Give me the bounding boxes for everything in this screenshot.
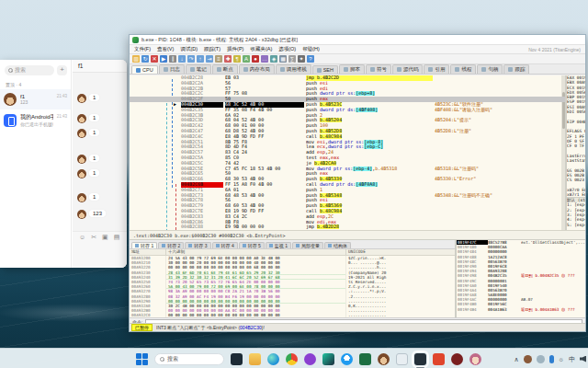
tab-label: 符号 xyxy=(377,66,387,73)
tab-笔记[interactable]: 笔记 xyxy=(186,64,211,74)
dump-tab[interactable]: 转存 1 xyxy=(131,242,157,248)
pause-icon[interactable]: ∥ xyxy=(169,55,176,63)
chrome-browser[interactable] xyxy=(286,353,298,365)
bilibili-app[interactable] xyxy=(433,353,445,365)
menu-item[interactable]: 跟踪(T) xyxy=(204,46,220,52)
emoji-icon[interactable]: ☺ xyxy=(79,234,85,240)
register-line: EIP 004B2C30 xyxy=(567,120,585,124)
tray-mic-icon[interactable] xyxy=(549,355,554,363)
qq-app[interactable] xyxy=(341,353,353,365)
image-icon[interactable]: ▣ xyxy=(102,234,108,240)
registers-panel[interactable]: EAX 0019F6B4EBX 00A93208ECX 0019F4ACEDX … xyxy=(567,75,585,230)
task-view[interactable] xyxy=(231,353,243,365)
menu-item[interactable]: 调试(D) xyxy=(180,46,198,52)
tab-源代码[interactable]: 源代码 xyxy=(392,64,424,74)
girl-avatar-app[interactable] xyxy=(469,353,481,365)
tab-线程[interactable]: 线程 xyxy=(450,64,476,74)
instr-token: push xyxy=(306,188,320,192)
open-folder-icon[interactable]: ▥ xyxy=(132,55,140,63)
dump-tab[interactable]: 转存 4 xyxy=(212,242,238,248)
avatar-app[interactable] xyxy=(378,353,390,365)
tab-符号[interactable]: 符号 xyxy=(366,64,391,74)
tab-cpu[interactable]: CPU xyxy=(131,65,158,74)
disassembly-view[interactable]: 004B2C28EB 03jmp b.4B2C2D004B2C2A56push … xyxy=(130,75,567,230)
menu-item[interactable]: 帮助(H) xyxy=(302,46,320,52)
stop-icon[interactable]: ✕ xyxy=(151,55,158,63)
chat-input-area[interactable] xyxy=(73,242,127,268)
netease-app[interactable] xyxy=(451,353,463,365)
instr-token: edi xyxy=(320,86,328,91)
debugger-titlebar[interactable]: b.exe - PID: 1C48 - 模块: b.exe - 线程: 主线程 … xyxy=(130,35,585,45)
chat-search-input[interactable]: 搜索 xyxy=(5,65,54,75)
dump-tab[interactable]: 转存 3 xyxy=(185,242,210,248)
instr-token: [ebp-C] xyxy=(364,144,383,149)
dump-tab[interactable]: 结构体 xyxy=(324,242,351,248)
music-app[interactable] xyxy=(304,353,316,365)
dump-tab-icon xyxy=(216,244,220,247)
tab-seh[interactable]: SEH xyxy=(312,65,338,74)
tray-weather-icon[interactable]: ☼ xyxy=(559,356,564,362)
help-icon[interactable]: ? xyxy=(307,55,314,63)
tray-volume-icon[interactable] xyxy=(580,356,586,362)
tray-cloud-icon[interactable] xyxy=(537,355,545,363)
tab-日志[interactable]: 日志 xyxy=(159,64,185,74)
status-address-link[interactable]: 004B2C30 xyxy=(240,325,262,330)
tab-调用堆栈[interactable]: 调用堆栈 xyxy=(276,64,311,74)
tray-ime-indicator[interactable]: 中 xyxy=(569,356,575,362)
tab-引用[interactable]: 引用 xyxy=(424,64,449,74)
ide-app[interactable] xyxy=(322,353,334,365)
message-bubble: 1 xyxy=(89,169,99,177)
x32dbg-app[interactable] xyxy=(414,353,426,365)
comment-icon[interactable]: ¶ xyxy=(233,55,241,63)
tab-内存布局[interactable]: 内存布局 xyxy=(239,64,275,74)
conversation-item[interactable]: f112321:43 xyxy=(0,89,71,109)
menu-item[interactable]: 选项(O) xyxy=(278,46,296,52)
run-icon[interactable]: ▶ xyxy=(160,55,167,63)
memory-map-icon[interactable]: ▦ xyxy=(279,55,287,63)
menu-item[interactable]: 查看(V) xyxy=(157,46,174,52)
dump-tab[interactable]: 转存 5 xyxy=(239,242,265,248)
dump-panel[interactable]: 转存 1转存 2转存 3转存 4转存 5监视 1局部变量结构体 地址 十六进制 … xyxy=(130,240,457,317)
trace-icon[interactable]: … xyxy=(261,55,268,63)
menu-item[interactable]: 文件(F) xyxy=(134,46,151,52)
tray-chevron-icon[interactable]: ∧ xyxy=(514,356,518,362)
excel-app[interactable] xyxy=(359,353,371,365)
run-to-return-icon[interactable]: ⇥ xyxy=(206,55,213,63)
instr-token: esi xyxy=(317,140,325,144)
file-explorer[interactable] xyxy=(249,353,261,365)
tray-avatar-icon[interactable] xyxy=(524,355,532,363)
instr-token: eax xyxy=(320,155,328,160)
step-over-icon[interactable]: ↷ xyxy=(187,55,195,63)
restart-icon[interactable]: ↻ xyxy=(141,55,149,63)
graph-icon[interactable]: ◈ xyxy=(270,55,277,63)
dump-tab[interactable]: 转存 2 xyxy=(158,242,184,248)
dump-tab[interactable]: 局部变量 xyxy=(292,242,323,248)
log-icon[interactable]: ≡ xyxy=(215,55,222,63)
screenshot-icon[interactable]: ✂ xyxy=(91,234,96,240)
tab-断点[interactable]: 断点 xyxy=(212,64,238,74)
tab-脚本[interactable]: 脚本 xyxy=(339,64,365,74)
menu-item[interactable]: 收藏夹(A) xyxy=(250,46,272,52)
conversation-item[interactable]: 我的Android手机你已退出手机版QQ21:43 xyxy=(0,109,71,131)
start-button[interactable] xyxy=(136,353,148,365)
menu-item[interactable]: 插件(P) xyxy=(227,46,243,52)
calculator-icon[interactable]: ∑ xyxy=(288,55,296,63)
stack-row[interactable]: 0019F4B4004A1B63返回到 b.004A1B63 自 ??? xyxy=(457,307,585,312)
breakpoint-icon[interactable]: ● xyxy=(252,55,259,63)
avatar xyxy=(4,93,17,106)
message-row: 1 xyxy=(77,129,99,138)
notepad-app[interactable] xyxy=(396,353,408,365)
settings-icon[interactable]: ✦ xyxy=(298,55,305,63)
tab-跟踪[interactable]: 跟踪 xyxy=(503,64,529,74)
stack-panel[interactable]: 0019F47C88C527B8ext.'DllGetClassObject',… xyxy=(457,240,585,317)
label-icon[interactable]: A xyxy=(243,55,250,63)
taskbar-search[interactable]: 搜索 xyxy=(154,353,224,365)
dump-tab[interactable]: 监视 1 xyxy=(266,242,291,248)
edge-browser[interactable] xyxy=(267,353,279,365)
step-into-icon[interactable]: ↓ xyxy=(178,55,186,63)
patch-icon[interactable]: ✚ xyxy=(224,55,232,63)
tab-句柄[interactable]: 句柄 xyxy=(477,64,503,74)
step-out-icon[interactable]: ↑ xyxy=(197,55,204,63)
new-chat-button[interactable]: + xyxy=(57,65,67,75)
file-icon[interactable]: ▤ xyxy=(114,234,120,240)
